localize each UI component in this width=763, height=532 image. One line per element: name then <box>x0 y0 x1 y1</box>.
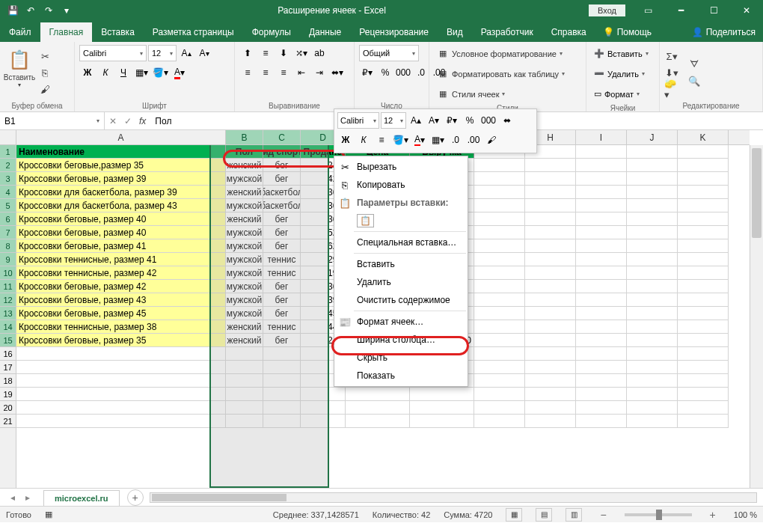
mini-merge-icon[interactable]: ⬌ <box>499 112 515 129</box>
format-painter-icon[interactable]: 🖌 <box>37 82 52 97</box>
cell[interactable] <box>627 253 678 266</box>
cell[interactable] <box>627 213 678 226</box>
cell[interactable] <box>576 253 627 266</box>
tab-formulas[interactable]: Формулы <box>243 22 300 42</box>
cell[interactable] <box>576 239 627 253</box>
format-as-table-button[interactable]: ▦Форматировать как таблицу▾ <box>434 65 581 82</box>
zoom-slider[interactable] <box>625 513 692 516</box>
cell[interactable] <box>474 320 525 334</box>
row-header[interactable]: 19 <box>0 388 16 401</box>
cell[interactable] <box>627 280 678 293</box>
save-icon[interactable]: 💾 <box>4 2 21 19</box>
cell[interactable] <box>576 334 627 347</box>
mini-format-painter-icon[interactable]: 🖌 <box>483 132 500 148</box>
close-icon[interactable]: ✕ <box>730 0 763 21</box>
cell[interactable] <box>474 415 525 428</box>
cell[interactable] <box>627 334 678 347</box>
underline-button[interactable]: Ч <box>115 64 132 81</box>
cell[interactable] <box>678 401 729 415</box>
cell[interactable]: теннис <box>263 253 301 266</box>
cell[interactable] <box>474 361 525 374</box>
cell[interactable] <box>576 266 627 280</box>
cell[interactable] <box>627 388 678 401</box>
border-icon[interactable]: ▦▾ <box>133 64 150 81</box>
tab-data[interactable]: Данные <box>300 22 350 42</box>
cell[interactable] <box>346 388 410 401</box>
row-header[interactable]: 2 <box>0 159 16 172</box>
row-header[interactable]: 17 <box>0 361 16 374</box>
tab-help[interactable]: Справка <box>542 22 595 42</box>
cell[interactable] <box>678 172 729 186</box>
cell[interactable]: Наименование <box>16 145 226 159</box>
minimize-icon[interactable]: ━ <box>664 0 697 21</box>
cell[interactable]: женский <box>226 186 263 199</box>
cell[interactable]: мужской <box>226 266 263 280</box>
cell[interactable] <box>16 347 226 361</box>
cell[interactable] <box>678 199 729 213</box>
align-middle-icon[interactable]: ≡ <box>257 45 274 61</box>
col-header-B[interactable]: B <box>226 130 263 144</box>
cell[interactable]: мужской <box>226 239 263 253</box>
row-header[interactable]: 9 <box>0 253 16 266</box>
col-header-I[interactable]: I <box>576 130 627 144</box>
ribbon-display-icon[interactable]: ▭ <box>631 0 664 21</box>
cell[interactable] <box>576 293 627 307</box>
cell[interactable] <box>474 239 525 253</box>
format-cells-button[interactable]: ▭Формат▾ <box>591 85 655 103</box>
cell[interactable] <box>576 320 627 334</box>
mini-font-name[interactable]: Calibri▾ <box>337 112 379 129</box>
maximize-icon[interactable]: ☐ <box>697 0 730 21</box>
cell[interactable] <box>474 280 525 293</box>
zoom-out-button[interactable]: − <box>595 509 610 521</box>
cell[interactable]: мужской <box>226 172 263 186</box>
cell[interactable] <box>678 293 729 307</box>
increase-font-icon[interactable]: A▴ <box>178 45 194 61</box>
cell[interactable] <box>678 334 729 347</box>
cell[interactable] <box>627 361 678 374</box>
cell[interactable]: бег <box>263 172 301 186</box>
cell[interactable]: Кроссовки для баскетбола, размер 43 <box>16 199 226 213</box>
mini-dec-decimal-icon[interactable]: .00 <box>465 132 482 148</box>
cm-paste-special[interactable]: Специальная вставка… <box>334 233 468 251</box>
redo-icon[interactable]: ↷ <box>40 2 57 19</box>
cell[interactable]: бег <box>263 239 301 253</box>
cell[interactable]: мужской <box>226 293 263 307</box>
view-page-layout-icon[interactable]: ▤ <box>536 508 552 522</box>
cell[interactable]: женский <box>226 213 263 226</box>
fill-color-icon[interactable]: 🪣▾ <box>151 64 170 81</box>
align-top-icon[interactable]: ⬆ <box>239 45 256 61</box>
copy-icon[interactable]: ⎘ <box>37 65 52 80</box>
name-box[interactable]: B1▾ <box>0 112 105 129</box>
cell[interactable] <box>576 361 627 374</box>
cell[interactable] <box>627 199 678 213</box>
row-header[interactable]: 11 <box>0 280 16 293</box>
row-header[interactable]: 3 <box>0 172 16 186</box>
cell[interactable] <box>226 374 263 388</box>
tab-home[interactable]: Главная <box>40 22 93 42</box>
cell[interactable]: Кроссовки для баскетбола, размер 39 <box>16 186 226 199</box>
cell[interactable]: Кроссовки беговые,размер 35 <box>16 159 226 172</box>
cm-cut[interactable]: ✂Вырезать <box>334 158 468 176</box>
cell[interactable]: мужской <box>226 199 263 213</box>
cell[interactable] <box>346 415 410 428</box>
cell[interactable] <box>678 361 729 374</box>
cell[interactable] <box>474 266 525 280</box>
cell[interactable] <box>576 186 627 199</box>
mini-align-icon[interactable]: ≡ <box>373 132 390 148</box>
zoom-in-button[interactable]: + <box>705 509 720 521</box>
cell[interactable] <box>474 199 525 213</box>
cell[interactable] <box>301 388 346 401</box>
cell[interactable] <box>474 186 525 199</box>
row-header[interactable]: 16 <box>0 347 16 361</box>
cell[interactable] <box>627 239 678 253</box>
tab-insert[interactable]: Вставка <box>92 22 144 42</box>
cell[interactable] <box>301 401 346 415</box>
cell[interactable] <box>678 226 729 239</box>
row-header[interactable]: 10 <box>0 266 16 280</box>
row-header[interactable]: 4 <box>0 186 16 199</box>
number-format-select[interactable]: Общий▾ <box>359 45 419 61</box>
cell[interactable] <box>301 415 346 428</box>
cell[interactable] <box>226 415 263 428</box>
autosum-icon[interactable]: Σ▾ <box>664 49 679 64</box>
mini-bold-button[interactable]: Ж <box>337 132 354 148</box>
